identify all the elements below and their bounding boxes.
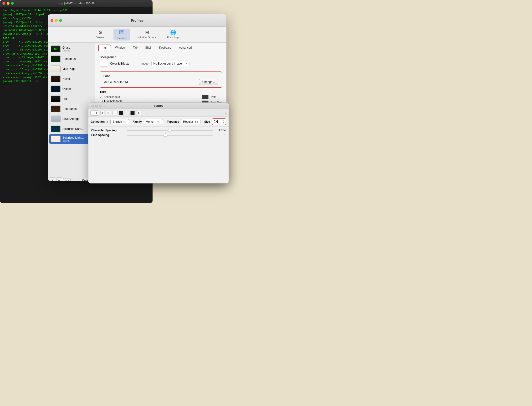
underline-button[interactable]: T	[112, 111, 117, 115]
line-spacing-thumb[interactable]	[164, 133, 167, 137]
fonts-more-button[interactable]: »	[225, 111, 227, 115]
fonts-tl-3[interactable]	[99, 105, 102, 108]
typeface-value: Regular	[183, 120, 193, 123]
font-size-up[interactable]: +	[95, 111, 98, 115]
sidebar-item-pro[interactable]: Pro	[49, 94, 94, 104]
text-color-swatch[interactable]	[202, 95, 209, 99]
prefs-close-button[interactable]	[51, 19, 53, 22]
add-profile-button[interactable]: +	[50, 178, 55, 181]
thumb-homebrew	[51, 56, 60, 62]
highlight-button[interactable]	[125, 111, 129, 115]
sidebar-item-homebrew[interactable]: Homebrew	[49, 54, 94, 64]
sidebar-name-solarizedlight: Solarized Light...	[62, 136, 84, 139]
thumb-silveraerogel	[51, 116, 60, 122]
terminal-maximize-button[interactable]	[11, 2, 14, 5]
sidebar-name-redsands: Red Sands	[62, 107, 77, 110]
tab-keyboard[interactable]: Keyboard	[156, 44, 175, 51]
background-color-swatch[interactable]	[100, 61, 108, 66]
thumb-solarizedlight	[51, 136, 60, 142]
checkmark-icon: ✓	[100, 95, 102, 99]
font-box: Font Menlo Regular 14 Change...	[100, 72, 222, 88]
strikethrough-button[interactable]	[130, 111, 135, 115]
sidebar-name-ocean: Ocean	[62, 87, 71, 91]
add-collection-button[interactable]: +	[107, 120, 109, 124]
terminal-traffic-lights	[2, 2, 14, 5]
fonts-tl-2[interactable]	[95, 105, 98, 108]
collection-select[interactable]: English ⬆⬇	[110, 119, 129, 124]
text-color-label: Text	[211, 95, 216, 99]
font-size-stepper[interactable]: − +	[90, 110, 99, 116]
sidebar-item-manpage[interactable]: Man Page	[49, 64, 94, 74]
tab-window[interactable]: Window	[112, 44, 129, 51]
sidebar-name-pro: Pro	[62, 97, 67, 101]
fonts-window: Fonts − + I B T T » Collection + English…	[88, 102, 229, 183]
thumb-novel	[51, 76, 60, 82]
background-header: Background	[100, 56, 222, 59]
thumb-ocean	[51, 86, 60, 92]
sidebar-item-solarizeddark[interactable]: Solarized Dark...	[49, 124, 94, 134]
toolbar-general[interactable]: ⚙ General	[92, 29, 109, 41]
sidebar-item-ocean[interactable]: Ocean	[49, 84, 94, 94]
tab-bar: Text Window Tab Shell Keyboard Advanced	[95, 43, 226, 51]
profile-action-dropdown[interactable]: ☺ ▾	[63, 178, 71, 181]
tab-text[interactable]: Text	[98, 44, 111, 51]
size-input-box[interactable]: 14 ▲▼	[212, 118, 226, 125]
sidebar-item-novel[interactable]: Novel	[49, 74, 94, 84]
remove-profile-button[interactable]: −	[56, 178, 62, 181]
text-header: Text	[100, 90, 141, 94]
font-size-down[interactable]: −	[91, 111, 95, 115]
sidebar-item-redsands[interactable]: Red Sands	[49, 104, 94, 114]
toolbar-window-groups-label: Window Groups	[138, 36, 156, 39]
toolbar-encodings[interactable]: 🌐 Encodings	[164, 29, 182, 41]
chevron-down-icon: ▾	[68, 179, 69, 181]
line-spacing-slider[interactable]	[127, 135, 213, 136]
encodings-icon: 🌐	[170, 29, 176, 35]
toolbar-window-groups[interactable]: ⊞ Window Groups	[135, 29, 159, 41]
line-spacing-label: Line Spacing	[91, 133, 125, 137]
tab-advanced[interactable]: Advanced	[175, 44, 195, 51]
smiley-icon: ☺	[65, 179, 67, 181]
sidebar-sub-solarizedlight: Startup	[62, 139, 84, 142]
terminal-line: Last login: Sun Apr 3 14:19:27 on ttys00…	[3, 8, 150, 13]
fonts-titlebar: Fonts	[88, 103, 229, 109]
prefs-maximize-button[interactable]	[59, 19, 62, 22]
italic-button[interactable]: I	[100, 111, 104, 115]
tab-tab[interactable]: Tab	[129, 44, 141, 51]
fonts-tl-1[interactable]	[91, 105, 94, 108]
sidebar-sub-grass: Default	[62, 49, 70, 52]
typeface-label: Typeface	[167, 120, 179, 123]
change-font-button[interactable]: Change...	[199, 79, 218, 85]
sidebar-item-grass[interactable]: ▓▒░ Grass Default	[49, 44, 94, 54]
sidebar-name-novel: Novel	[62, 77, 70, 80]
terminal-close-button[interactable]	[2, 2, 5, 5]
sidebar-name-grass: Grass	[62, 46, 70, 49]
sidebar-item-solarizedlight[interactable]: Solarized Light... Startup	[49, 134, 94, 144]
tab-shell[interactable]: Shell	[142, 44, 155, 51]
bold-button[interactable]: B	[106, 111, 111, 115]
size-stepper-icon: ▲▼	[222, 120, 224, 124]
fonts-traffic-lights	[91, 105, 102, 108]
char-spacing-slider[interactable]	[127, 130, 213, 131]
profiles-icon	[119, 29, 124, 36]
size-value: 14	[214, 120, 218, 124]
thumb-pro	[51, 95, 60, 102]
font-name-display: Menlo Regular 14	[103, 80, 128, 84]
toolbar-profiles[interactable]: Profiles	[113, 29, 130, 41]
thumb-grass: ▓▒░	[51, 45, 60, 52]
sidebar-item-silveraerogel[interactable]: Silver Aerogel	[49, 114, 94, 124]
sidebar-name-silveraerogel: Silver Aerogel	[62, 117, 80, 121]
family-chevron-icon: ⬆⬇	[157, 121, 161, 123]
sidebar-name-manpage: Man Page	[62, 67, 76, 71]
terminal-minimize-button[interactable]	[7, 2, 9, 5]
text-color-button[interactable]	[119, 111, 123, 115]
sidebar-name-homebrew: Homebrew	[62, 57, 76, 60]
line-spacing-row: Line Spacing 1	[91, 133, 226, 137]
bg-image-select[interactable]: No Background Image ▾	[151, 61, 189, 66]
family-select[interactable]: Menlo ⬆⬇	[144, 119, 163, 124]
prefs-minimize-button[interactable]	[55, 19, 58, 22]
font-row: Menlo Regular 14 Change...	[103, 79, 218, 85]
character-spacing-button[interactable]: T	[136, 111, 141, 115]
char-spacing-thumb[interactable]	[168, 129, 171, 132]
size-label: Size	[204, 120, 210, 123]
typeface-select[interactable]: Regular ⬆⬇	[181, 119, 200, 124]
